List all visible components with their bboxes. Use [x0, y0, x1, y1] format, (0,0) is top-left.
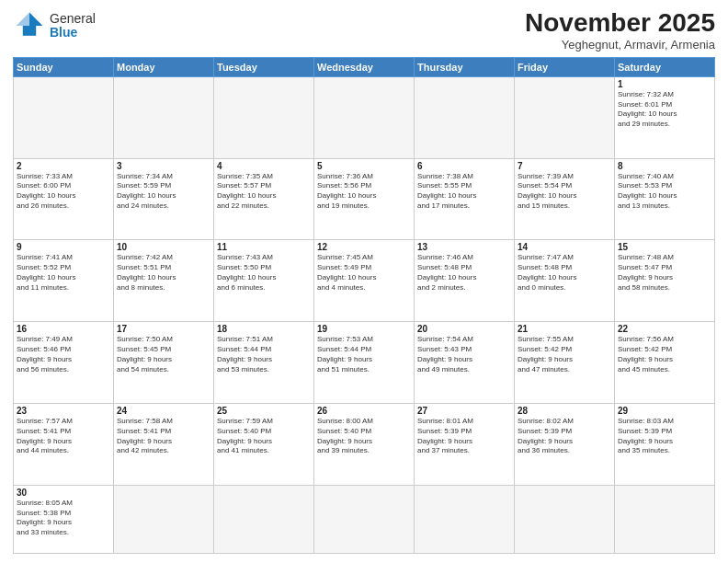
day-info: Sunrise: 7:40 AM Sunset: 5:53 PM Dayligh…	[618, 172, 711, 212]
day-number: 20	[417, 324, 511, 334]
day-number: 12	[317, 242, 411, 252]
day-number: 19	[317, 324, 411, 334]
day-number: 4	[217, 161, 311, 171]
day-info: Sunrise: 7:49 AM Sunset: 5:46 PM Dayligh…	[17, 335, 110, 374]
day-number: 22	[618, 324, 711, 334]
day-info: Sunrise: 8:03 AM Sunset: 5:39 PM Dayligh…	[618, 417, 711, 456]
table-row	[114, 485, 214, 553]
table-row: 27Sunrise: 8:01 AM Sunset: 5:39 PM Dayli…	[415, 403, 515, 485]
svg-rect-2	[23, 26, 36, 36]
col-thursday: Thursday	[415, 57, 515, 76]
table-row	[14, 76, 114, 158]
table-row: 24Sunrise: 7:58 AM Sunset: 5:41 PM Dayli…	[114, 403, 214, 485]
col-tuesday: Tuesday	[214, 57, 314, 76]
table-row: 21Sunrise: 7:55 AM Sunset: 5:42 PM Dayli…	[515, 322, 615, 404]
col-saturday: Saturday	[615, 57, 715, 76]
day-info: Sunrise: 7:56 AM Sunset: 5:42 PM Dayligh…	[618, 335, 711, 374]
table-row: 13Sunrise: 7:46 AM Sunset: 5:48 PM Dayli…	[415, 240, 515, 322]
table-row: 19Sunrise: 7:53 AM Sunset: 5:44 PM Dayli…	[314, 322, 415, 404]
table-row	[515, 76, 615, 158]
table-row	[214, 76, 314, 158]
day-number: 1	[618, 79, 711, 89]
table-row: 1Sunrise: 7:32 AM Sunset: 6:01 PM Daylig…	[615, 76, 715, 158]
table-row: 17Sunrise: 7:50 AM Sunset: 5:45 PM Dayli…	[114, 322, 214, 404]
calendar-row: 30Sunrise: 8:05 AM Sunset: 5:38 PM Dayli…	[14, 485, 715, 553]
day-info: Sunrise: 7:36 AM Sunset: 5:56 PM Dayligh…	[317, 172, 411, 212]
day-info: Sunrise: 8:02 AM Sunset: 5:39 PM Dayligh…	[518, 417, 611, 456]
logo-icon	[13, 9, 46, 42]
calendar-row: 9Sunrise: 7:41 AM Sunset: 5:52 PM Daylig…	[14, 240, 715, 322]
day-info: Sunrise: 7:50 AM Sunset: 5:45 PM Dayligh…	[117, 335, 210, 374]
table-row: 6Sunrise: 7:38 AM Sunset: 5:55 PM Daylig…	[415, 158, 515, 240]
day-number: 13	[417, 242, 511, 252]
table-row: 3Sunrise: 7:34 AM Sunset: 5:59 PM Daylig…	[114, 158, 214, 240]
day-info: Sunrise: 7:48 AM Sunset: 5:47 PM Dayligh…	[618, 253, 711, 293]
table-row: 2Sunrise: 7:33 AM Sunset: 6:00 PM Daylig…	[14, 158, 114, 240]
day-number: 8	[618, 161, 711, 171]
calendar-table: Sunday Monday Tuesday Wednesday Thursday…	[13, 57, 715, 554]
day-number: 9	[17, 242, 110, 252]
col-friday: Friday	[515, 57, 615, 76]
table-row: 5Sunrise: 7:36 AM Sunset: 5:56 PM Daylig…	[314, 158, 415, 240]
table-row	[114, 76, 214, 158]
day-number: 29	[618, 406, 711, 416]
col-sunday: Sunday	[14, 57, 114, 76]
logo: General Blue	[13, 9, 96, 42]
day-number: 21	[518, 324, 611, 334]
svg-marker-0	[29, 13, 42, 26]
month-title: November 2025	[525, 9, 715, 38]
weekday-header-row: Sunday Monday Tuesday Wednesday Thursday…	[14, 57, 715, 76]
table-row: 9Sunrise: 7:41 AM Sunset: 5:52 PM Daylig…	[14, 240, 114, 322]
table-row	[415, 485, 515, 553]
day-info: Sunrise: 8:01 AM Sunset: 5:39 PM Dayligh…	[417, 417, 511, 456]
table-row: 18Sunrise: 7:51 AM Sunset: 5:44 PM Dayli…	[214, 322, 314, 404]
day-info: Sunrise: 7:35 AM Sunset: 5:57 PM Dayligh…	[217, 172, 311, 212]
table-row: 10Sunrise: 7:42 AM Sunset: 5:51 PM Dayli…	[114, 240, 214, 322]
day-number: 16	[17, 324, 110, 334]
day-number: 7	[518, 161, 611, 171]
calendar-row: 2Sunrise: 7:33 AM Sunset: 6:00 PM Daylig…	[14, 158, 715, 240]
day-number: 15	[618, 242, 711, 252]
table-row: 23Sunrise: 7:57 AM Sunset: 5:41 PM Dayli…	[14, 403, 114, 485]
day-number: 5	[317, 161, 411, 171]
day-number: 23	[17, 406, 110, 416]
day-info: Sunrise: 7:45 AM Sunset: 5:49 PM Dayligh…	[317, 253, 411, 293]
table-row: 16Sunrise: 7:49 AM Sunset: 5:46 PM Dayli…	[14, 322, 114, 404]
day-number: 17	[117, 324, 210, 334]
header: General Blue November 2025 Yeghegnut, Ar…	[13, 9, 715, 52]
table-row	[314, 485, 415, 553]
logo-blue-text: Blue	[50, 26, 96, 40]
day-number: 26	[317, 406, 411, 416]
col-wednesday: Wednesday	[314, 57, 415, 76]
day-info: Sunrise: 7:55 AM Sunset: 5:42 PM Dayligh…	[518, 335, 611, 374]
table-row	[214, 485, 314, 553]
calendar-row: 1Sunrise: 7:32 AM Sunset: 6:01 PM Daylig…	[14, 76, 715, 158]
calendar-row: 23Sunrise: 7:57 AM Sunset: 5:41 PM Dayli…	[14, 403, 715, 485]
table-row: 25Sunrise: 7:59 AM Sunset: 5:40 PM Dayli…	[214, 403, 314, 485]
table-row: 11Sunrise: 7:43 AM Sunset: 5:50 PM Dayli…	[214, 240, 314, 322]
day-number: 10	[117, 242, 210, 252]
table-row	[615, 485, 715, 553]
table-row: 7Sunrise: 7:39 AM Sunset: 5:54 PM Daylig…	[515, 158, 615, 240]
title-block: November 2025 Yeghegnut, Armavir, Armeni…	[525, 9, 715, 52]
table-row: 8Sunrise: 7:40 AM Sunset: 5:53 PM Daylig…	[615, 158, 715, 240]
table-row: 29Sunrise: 8:03 AM Sunset: 5:39 PM Dayli…	[615, 403, 715, 485]
day-info: Sunrise: 7:41 AM Sunset: 5:52 PM Dayligh…	[17, 253, 110, 293]
table-row	[415, 76, 515, 158]
day-info: Sunrise: 7:51 AM Sunset: 5:44 PM Dayligh…	[217, 335, 311, 374]
svg-marker-1	[17, 13, 29, 26]
location: Yeghegnut, Armavir, Armenia	[525, 38, 715, 52]
logo-general-text: General	[50, 12, 96, 26]
table-row: 30Sunrise: 8:05 AM Sunset: 5:38 PM Dayli…	[14, 485, 114, 553]
day-number: 25	[217, 406, 311, 416]
day-info: Sunrise: 7:53 AM Sunset: 5:44 PM Dayligh…	[317, 335, 411, 374]
table-row	[314, 76, 415, 158]
table-row: 12Sunrise: 7:45 AM Sunset: 5:49 PM Dayli…	[314, 240, 415, 322]
day-number: 2	[17, 161, 110, 171]
day-info: Sunrise: 7:46 AM Sunset: 5:48 PM Dayligh…	[417, 253, 511, 293]
table-row: 4Sunrise: 7:35 AM Sunset: 5:57 PM Daylig…	[214, 158, 314, 240]
col-monday: Monday	[114, 57, 214, 76]
day-info: Sunrise: 7:34 AM Sunset: 5:59 PM Dayligh…	[117, 172, 210, 212]
day-number: 28	[518, 406, 611, 416]
table-row: 28Sunrise: 8:02 AM Sunset: 5:39 PM Dayli…	[515, 403, 615, 485]
